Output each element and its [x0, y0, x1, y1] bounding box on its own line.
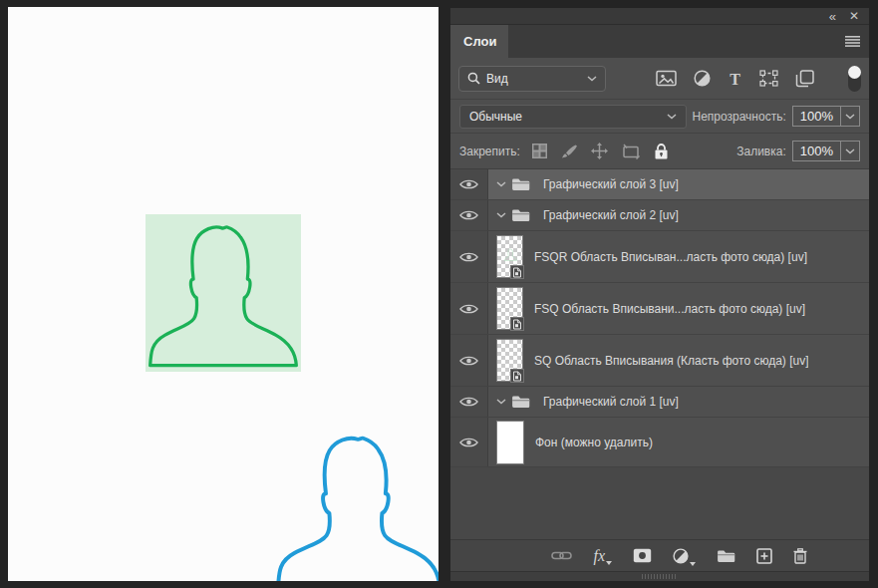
link-layers-icon[interactable] [551, 550, 572, 561]
green-photo-placeholder [146, 214, 301, 372]
new-group-icon[interactable] [717, 549, 735, 563]
chevron-down-icon [845, 114, 855, 120]
filter-smart-objects-icon[interactable] [795, 70, 814, 88]
filter-kind-select[interactable]: Вид [458, 66, 606, 92]
fill-label: Заливка: [736, 145, 786, 158]
lock-row: Закрепить: [450, 134, 869, 169]
caret-down-icon [606, 561, 612, 565]
layer-row-group-1[interactable]: Графический слой 1 [uv] [450, 387, 869, 418]
photo-area-fill [146, 214, 301, 372]
blue-head-outline [273, 425, 439, 581]
visibility-eye-icon[interactable] [450, 387, 488, 417]
visibility-eye-icon[interactable] [450, 231, 488, 282]
delete-layer-trash-icon[interactable] [793, 548, 807, 564]
smart-object-badge-icon [510, 265, 524, 279]
opacity-dropdown-button[interactable] [840, 107, 859, 126]
layer-name[interactable]: Фон (можно удалить) [535, 436, 653, 449]
fill-dropdown-button[interactable] [840, 142, 859, 160]
layer-name[interactable]: SQ Область Вписывания (Класть фото сюда)… [534, 354, 808, 368]
document-canvas [8, 7, 439, 581]
layer-style-fx-icon[interactable]: fx [593, 549, 612, 563]
group-expand-chevron-icon[interactable] [496, 212, 506, 218]
lock-artboard-icon[interactable] [622, 144, 641, 159]
folder-icon [511, 395, 530, 409]
filter-adjustment-layers-icon[interactable] [694, 70, 711, 87]
layer-row-sq[interactable]: SQ Область Вписывания (Класть фото сюда)… [450, 335, 869, 387]
opacity-value[interactable]: 100% [793, 109, 840, 124]
folder-icon [511, 208, 530, 222]
filter-type-layers-icon[interactable]: T [728, 71, 742, 87]
blend-mode-row: Обычные Непрозрачность: 100% [450, 100, 869, 134]
blend-mode-select[interactable]: Обычные [459, 105, 687, 129]
visibility-eye-icon[interactable] [450, 418, 488, 466]
layer-thumbnail[interactable] [496, 339, 523, 382]
opacity-label: Непрозрачность: [692, 110, 785, 124]
lock-transparency-icon[interactable] [532, 144, 547, 158]
panel-titlebar: « ✕ [450, 8, 869, 25]
layer-thumbnail[interactable] [496, 421, 524, 464]
layer-row-group-3[interactable]: Графический слой 3 [uv] [450, 169, 869, 200]
filter-pixel-layers-icon[interactable] [656, 70, 677, 87]
layer-row-group-2[interactable]: Графический слой 2 [uv] [450, 200, 869, 231]
opacity-input[interactable]: 100% [792, 106, 860, 127]
layer-name[interactable]: FSQR Область Вписыван...ласть фото сюда)… [534, 250, 807, 264]
filtering-on-off-toggle[interactable] [848, 66, 861, 92]
drag-grip-icon [642, 574, 678, 579]
group-expand-chevron-icon[interactable] [496, 181, 506, 187]
layer-row-fsq[interactable]: FSQ Область Вписывани...ласть фото сюда)… [450, 283, 869, 335]
fill-input[interactable]: 100% [792, 141, 860, 161]
filter-shape-layers-icon[interactable] [759, 70, 778, 87]
filter-type-icons: T [656, 70, 814, 88]
layer-thumbnail[interactable] [496, 287, 523, 330]
layer-row-background[interactable]: Фон (можно удалить) [450, 418, 869, 467]
folder-icon [511, 177, 530, 191]
panel-bottom-toolbar: fx [450, 539, 869, 571]
visibility-eye-icon[interactable] [450, 283, 488, 334]
blend-mode-value: Обычные [469, 110, 522, 124]
visibility-eye-icon[interactable] [450, 169, 488, 199]
layers-list: Графический слой 3 [uv] Графический слой… [450, 169, 869, 467]
svg-text:T: T [730, 71, 740, 87]
chevron-down-icon [667, 114, 677, 120]
lock-pixels-brush-icon[interactable] [561, 144, 577, 159]
layer-filter-row: Вид T [450, 58, 869, 100]
smart-object-badge-icon [510, 369, 524, 383]
group-expand-chevron-icon[interactable] [496, 399, 506, 405]
new-adjustment-layer-icon[interactable] [673, 548, 696, 564]
layers-empty-area [450, 467, 869, 539]
layer-name[interactable]: Графический слой 3 [uv] [543, 177, 679, 191]
new-layer-icon[interactable] [756, 548, 772, 564]
panel-resize-strip[interactable] [450, 571, 869, 581]
close-panel-icon[interactable]: ✕ [849, 10, 859, 22]
layer-name[interactable]: Графический слой 1 [uv] [543, 395, 679, 409]
layer-row-fsqr[interactable]: FSQR Область Вписыван...ласть фото сюда)… [450, 231, 869, 283]
thumbnail-preview-mark [504, 248, 517, 261]
toggle-knob [848, 66, 861, 79]
search-icon [467, 72, 480, 85]
layer-thumbnail[interactable] [496, 235, 523, 278]
tab-layers[interactable]: Слои [450, 25, 508, 58]
lock-all-icon[interactable] [655, 144, 668, 159]
lock-icons [532, 143, 668, 159]
visibility-eye-icon[interactable] [450, 335, 488, 386]
chevron-down-icon [845, 148, 855, 154]
add-layer-mask-icon[interactable] [633, 548, 652, 563]
lock-label: Закрепить: [459, 145, 520, 158]
layer-name[interactable]: FSQ Область Вписывани...ласть фото сюда)… [534, 302, 805, 316]
panel-tab-bar: Слои [450, 25, 869, 58]
smart-object-badge-icon [510, 317, 524, 331]
visibility-eye-icon[interactable] [450, 200, 488, 230]
caret-down-icon [690, 562, 696, 566]
chevron-down-icon [587, 76, 597, 82]
filter-kind-value: Вид [486, 72, 508, 86]
lock-position-icon[interactable] [591, 143, 608, 159]
fill-value[interactable]: 100% [793, 144, 840, 158]
layers-panel: « ✕ Слои Вид [450, 8, 869, 581]
layer-name[interactable]: Графический слой 2 [uv] [543, 208, 679, 222]
panel-menu-icon[interactable] [845, 36, 860, 47]
collapse-panel-icon[interactable]: « [829, 10, 835, 23]
